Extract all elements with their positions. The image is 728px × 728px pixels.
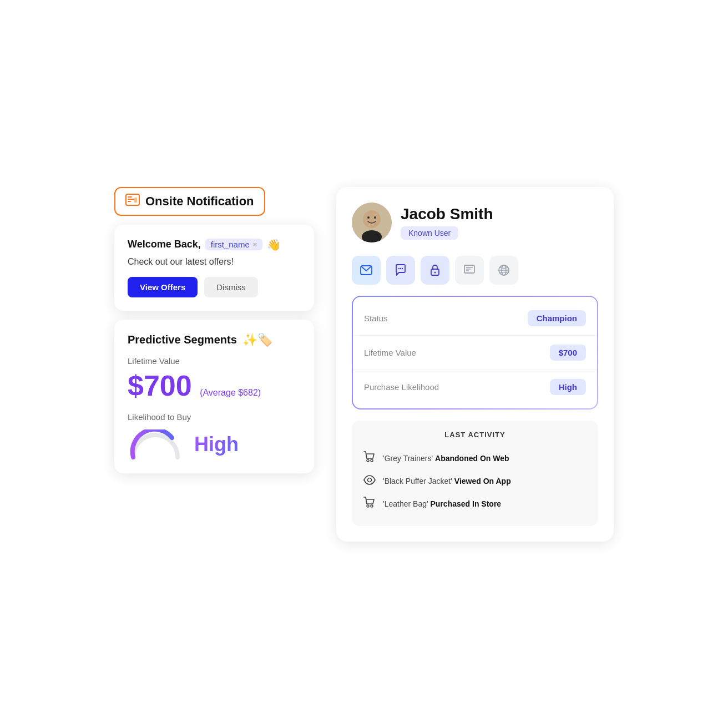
svg-point-19 — [367, 459, 369, 462]
last-activity-title: LAST ACTIVITY — [363, 431, 587, 439]
svg-point-7 — [363, 210, 381, 228]
status-label: Status — [364, 314, 388, 323]
dismiss-button[interactable]: Dismiss — [204, 277, 258, 297]
svg-rect-4 — [134, 198, 137, 203]
cart-icon-2 — [363, 497, 376, 512]
email-channel-button[interactable] — [352, 256, 381, 285]
user-name: Jacob Smith — [401, 205, 493, 223]
globe-channel-button[interactable] — [489, 256, 518, 285]
lifetime-value-label: Lifetime Value — [364, 348, 416, 357]
svg-point-11 — [398, 267, 400, 269]
user-info: Jacob Smith Known User — [401, 205, 493, 240]
lifetime-value-badge: $700 — [550, 345, 586, 361]
purchase-likelihood-row: Purchase Likelihood High — [353, 370, 597, 404]
lifetime-value-row: $700 (Average $682) — [128, 369, 301, 402]
welcome-text: Welcome Back, — [128, 239, 201, 250]
svg-point-15 — [434, 271, 436, 273]
likelihood-value: High — [194, 433, 239, 456]
customer-data-panel: Status Champion Lifetime Value $700 Purc… — [352, 296, 598, 410]
first-name-value: first_name — [211, 240, 250, 249]
segments-card: Predictive Segments ✨🏷️ Lifetime Value $… — [114, 320, 314, 473]
chat-channel-button[interactable] — [386, 256, 415, 285]
sparkle-icon: ✨🏷️ — [242, 333, 272, 347]
svg-point-9 — [374, 216, 376, 219]
status-value: Champion — [528, 310, 586, 326]
svg-point-8 — [367, 216, 370, 219]
lifetime-average: (Average $682) — [200, 388, 261, 397]
svg-rect-3 — [128, 201, 131, 202]
lifetime-label: Lifetime Value — [128, 356, 301, 366]
user-profile: Jacob Smith Known User — [352, 203, 598, 242]
eye-icon — [363, 475, 376, 488]
svg-rect-1 — [128, 196, 132, 198]
svg-point-12 — [400, 267, 401, 269]
svg-point-23 — [371, 505, 373, 507]
activity-item-1: 'Grey Trainers' Abandoned On Web — [363, 447, 587, 471]
likelihood-row: High — [128, 429, 301, 460]
gauge-chart — [128, 429, 183, 460]
known-user-badge: Known User — [401, 226, 458, 240]
svg-rect-2 — [128, 199, 134, 200]
segments-header: Predictive Segments ✨🏷️ — [128, 333, 301, 347]
svg-point-22 — [367, 505, 369, 507]
activity-text-1: 'Grey Trainers' Abandoned On Web — [383, 454, 509, 463]
svg-point-20 — [371, 459, 373, 462]
segments-title: Predictive Segments — [128, 333, 237, 346]
welcome-message: Welcome Back, first_name × 👋 — [128, 238, 301, 251]
notification-card: Welcome Back, first_name × 👋 Check out o… — [114, 225, 314, 311]
svg-point-21 — [368, 478, 372, 482]
notification-buttons: View Offers Dismiss — [128, 277, 301, 297]
activity-item-2: 'Black Puffer Jacket' Viewed On App — [363, 471, 587, 492]
user-profile-panel: Jacob Smith Known User — [336, 187, 614, 542]
wave-emoji: 👋 — [267, 238, 281, 251]
avatar — [352, 203, 392, 242]
svg-point-13 — [402, 267, 403, 269]
likelihood-label: Likelihood to Buy — [128, 412, 301, 422]
channel-icons-row — [352, 256, 598, 285]
lock-channel-button[interactable] — [421, 256, 449, 285]
activity-item-3: 'Leather Bag' Purchased In Store — [363, 492, 587, 516]
remove-tag-icon[interactable]: × — [253, 240, 257, 249]
lifetime-value: $700 — [128, 370, 192, 402]
notification-subtext: Check out our latest offers! — [128, 257, 301, 267]
feedback-channel-button[interactable] — [455, 256, 484, 285]
activity-text-2: 'Black Puffer Jacket' Viewed On App — [383, 477, 511, 486]
onsite-notification-label: Onsite Notification — [114, 187, 265, 216]
last-activity-panel: LAST ACTIVITY 'Grey Trainers' Abandoned … — [352, 421, 598, 526]
status-row: Status Champion — [353, 301, 597, 336]
lifetime-value-row: Lifetime Value $700 — [353, 336, 597, 370]
cart-icon-1 — [363, 451, 376, 466]
notification-icon — [125, 194, 140, 209]
view-offers-button[interactable]: View Offers — [128, 277, 198, 297]
purchase-likelihood-label: Purchase Likelihood — [364, 382, 439, 392]
first-name-tag: first_name × — [205, 239, 263, 250]
activity-text-3: 'Leather Bag' Purchased In Store — [383, 499, 501, 508]
onsite-label-text: Onsite Notification — [145, 194, 254, 209]
purchase-likelihood-value: High — [550, 379, 586, 395]
